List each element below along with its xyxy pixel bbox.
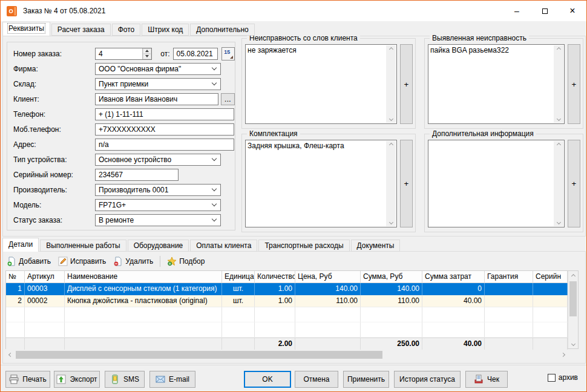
email-button[interactable]: E-mail — [149, 371, 195, 388]
table-empty-rows — [6, 307, 568, 338]
add-fault-button[interactable]: + — [568, 44, 580, 124]
panel-client-complaint: Неисправность со слов клиента не заряжае… — [241, 38, 416, 129]
tab-dopolnitelno[interactable]: Дополнительно — [190, 24, 254, 36]
archive-checkbox[interactable] — [548, 374, 556, 382]
delete-row-button[interactable]: Удалить — [110, 255, 157, 268]
add-row-button[interactable]: Добавить — [3, 255, 54, 268]
client-complaint-textarea[interactable]: не заряжается — [245, 44, 397, 124]
scroll-down-button[interactable] — [568, 339, 578, 348]
tab-raschet-zakaza[interactable]: Расчет заказа — [51, 24, 111, 36]
print-button[interactable]: Печать — [5, 371, 50, 388]
tab-rekvizity[interactable]: Реквизиты — [2, 22, 50, 36]
minimize-icon: – — [514, 6, 519, 16]
scroll-down-icon — [556, 220, 560, 224]
order-number-input[interactable]: 4 — [95, 48, 152, 60]
panel-title: Выявленная неисправность — [430, 34, 529, 42]
tab-shtrih-kod[interactable]: Штрих код — [142, 24, 189, 36]
scroll-up-button[interactable] — [568, 271, 578, 281]
pencil-icon — [58, 256, 68, 266]
order-number-label: Номер заказа: — [13, 50, 95, 58]
table-row[interactable]: 1 00003 Дисплей с сенсорным стеклом (1 к… — [6, 283, 568, 295]
table-totals-row: 2.00 250.00 40.00 — [6, 338, 568, 350]
status-select[interactable]: В ремонте — [95, 214, 221, 226]
firm-label: Фирма: — [13, 65, 95, 73]
tab-detali[interactable]: Детали — [2, 238, 39, 252]
client-browse-button[interactable]: ... — [221, 93, 235, 105]
close-button[interactable]: × — [559, 1, 586, 21]
textarea-scrollbar[interactable] — [554, 45, 563, 123]
device-type-select[interactable]: Основное устройство — [95, 154, 221, 166]
status-history-button[interactable]: История статуса — [394, 371, 461, 388]
tab-dokumenty[interactable]: Документы — [351, 240, 401, 252]
scroll-up-icon — [556, 143, 560, 147]
plus-icon: + — [404, 80, 409, 89]
select-parts-button[interactable]: Подбор — [163, 255, 208, 268]
tab-oplaty-klienta[interactable]: Оплаты клиента — [190, 240, 257, 252]
status-label: Статус заказа: — [13, 216, 95, 224]
add-document-icon — [7, 256, 16, 266]
table-vertical-scrollbar[interactable] — [568, 271, 578, 348]
detail-toolbar: Добавить Исправить Удалить Подбор — [3, 253, 585, 269]
table-horizontal-scrollbar[interactable] — [5, 350, 568, 360]
textarea-scrollbar[interactable] — [554, 141, 563, 226]
textarea-scrollbar[interactable] — [386, 141, 396, 226]
order-date-input[interactable]: 05.08.2021 — [173, 48, 218, 60]
receipt-button[interactable]: Чек — [465, 371, 508, 388]
add-info-button[interactable]: + — [568, 140, 580, 227]
additional-info-textarea[interactable] — [428, 140, 565, 227]
export-button[interactable]: Экспорт — [54, 371, 100, 388]
scroll-down-icon — [389, 117, 393, 121]
chevron-down-icon — [212, 201, 217, 206]
scroll-up-icon — [571, 273, 575, 278]
scroll-left-icon — [8, 353, 13, 357]
add-complaint-button[interactable]: + — [400, 44, 413, 124]
titlebar: Заказ № 4 от 05.08.2021 – × — [1, 1, 586, 21]
tab-oborudovanie[interactable]: Оборудование — [128, 240, 189, 252]
client-input[interactable]: Иванов Иван Иванович — [95, 93, 218, 105]
sms-button[interactable]: SMS — [105, 371, 145, 388]
printer-icon — [9, 374, 19, 384]
serial-input[interactable]: 234567 — [95, 169, 179, 181]
manufacturer-select[interactable]: Производитель 0001 — [95, 184, 221, 196]
window-title: Заказ № 4 от 05.08.2021 — [23, 7, 105, 15]
serial-label: Серийный номер: — [13, 171, 95, 179]
ok-button[interactable]: OK — [244, 371, 291, 388]
tab-foto[interactable]: Фото — [112, 24, 141, 36]
cancel-button[interactable]: Отмена — [295, 371, 338, 388]
table-row[interactable]: 2 00002 Кнопка джойстика - пластиковая (… — [6, 295, 568, 307]
warehouse-label: Склад: — [13, 80, 95, 88]
phone-input[interactable]: + (1) 1-11-111 — [95, 108, 234, 120]
found-fault-textarea[interactable]: пайка BGA разьема322 — [428, 44, 565, 124]
scroll-left-button[interactable] — [5, 350, 16, 360]
scrollbar-thumb[interactable] — [16, 351, 382, 359]
device-type-label: Тип устройства: — [13, 155, 95, 164]
tab-transportnye-rashody[interactable]: Транспортные расходы — [258, 240, 349, 252]
spin-down-button[interactable] — [143, 54, 151, 59]
edit-row-button[interactable]: Исправить — [54, 255, 110, 268]
add-equipment-button[interactable]: + — [400, 140, 413, 227]
model-select[interactable]: FP71G+ — [95, 199, 221, 211]
equipment-set-textarea[interactable]: Задняя крышка, Флеш-карта — [245, 140, 397, 227]
firm-select[interactable]: ООО "Основная фирма" — [95, 63, 221, 75]
maximize-button[interactable] — [531, 1, 559, 21]
minimize-button[interactable]: – — [503, 1, 531, 21]
spin-up-button[interactable] — [143, 48, 151, 54]
scroll-right-button[interactable] — [558, 350, 568, 360]
detail-tabstrip: Детали Выполненные работы Оборудование О… — [2, 238, 401, 252]
calendar-button[interactable]: 15 — [221, 47, 235, 60]
plus-icon: + — [572, 179, 577, 188]
address-input[interactable]: n/a — [95, 139, 234, 151]
scroll-up-icon — [389, 47, 393, 51]
textarea-scrollbar[interactable] — [386, 45, 396, 123]
scrollbar-thumb[interactable] — [569, 281, 577, 316]
order-form-groupbox: Номер заказа: 4 от: 05.08.2021 15 Фирма:… — [7, 42, 235, 230]
mobile-input[interactable]: +7XXXXXXXXXX — [95, 123, 234, 136]
spin-up-icon — [145, 50, 149, 52]
calendar-icon: 15 — [224, 49, 230, 55]
apply-button[interactable]: Применить — [343, 371, 389, 388]
address-label: Адрес: — [13, 140, 95, 149]
chevron-down-icon — [212, 156, 217, 161]
app-icon — [7, 6, 17, 16]
tab-vypolnennye-raboty[interactable]: Выполненные работы — [40, 240, 126, 252]
warehouse-select[interactable]: Пункт приемки — [95, 78, 221, 90]
